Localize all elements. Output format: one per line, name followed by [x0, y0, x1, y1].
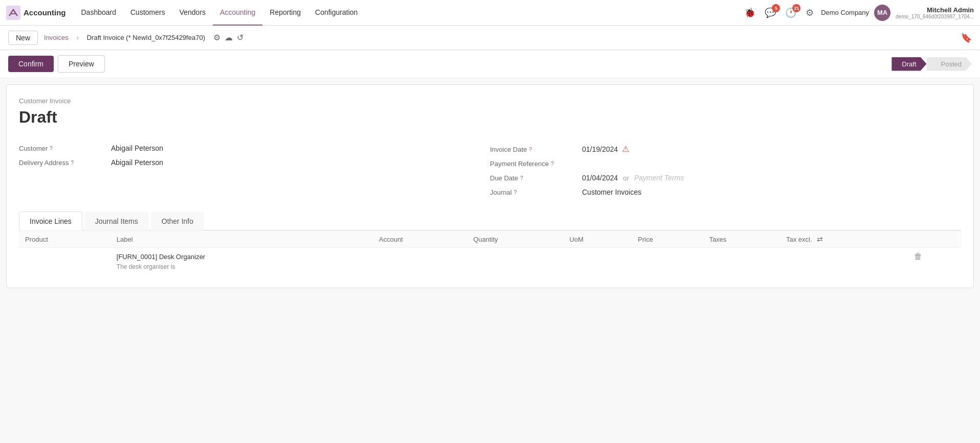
- breadcrumb-current: Draft Invoice (* NewId_0x7f25429fea70): [87, 34, 205, 41]
- company-name: Demo Company: [821, 9, 869, 16]
- payment-ref-help-icon[interactable]: ?: [551, 161, 554, 167]
- label-content: [FURN_0001] Desk Organizer The desk orga…: [117, 252, 367, 271]
- delivery-address-field-row: Delivery Address ? Abigail Peterson: [19, 155, 490, 170]
- nav-configuration[interactable]: Configuration: [308, 0, 365, 26]
- chat-badge: 5: [772, 4, 780, 12]
- col-actions: [908, 231, 961, 248]
- journal-label: Journal ?: [490, 189, 582, 196]
- clock-badge: 21: [792, 4, 800, 12]
- label-main: [FURN_0001] Desk Organizer: [117, 252, 367, 262]
- col-product: Product: [19, 231, 110, 248]
- nav-vendors[interactable]: Vendors: [172, 0, 213, 26]
- upload-icon[interactable]: ☁: [225, 33, 233, 42]
- fields-grid: Customer ? Abigail Peterson Delivery Add…: [19, 141, 961, 199]
- delivery-address-label: Delivery Address ?: [19, 159, 111, 167]
- customer-label: Customer ?: [19, 145, 111, 152]
- breadcrumb-parent[interactable]: Invoices: [44, 34, 69, 41]
- invoice-table: Product Label Account Quantity UoM Price…: [19, 230, 961, 275]
- bug-icon-button[interactable]: 🐞: [742, 5, 758, 20]
- tab-journal-items[interactable]: Journal Items: [84, 212, 149, 230]
- delete-row-icon[interactable]: 🗑: [914, 252, 922, 261]
- breadcrumb-right: 🔖: [961, 32, 972, 43]
- tabs-row: Invoice Lines Journal Items Other Info: [19, 212, 961, 230]
- user-name: Mitchell Admin: [927, 6, 974, 14]
- uom-cell[interactable]: [563, 248, 632, 275]
- new-button[interactable]: New: [8, 31, 38, 45]
- status-posted[interactable]: Posted: [927, 57, 972, 71]
- bookmark-icon[interactable]: 🔖: [961, 33, 972, 43]
- preview-button[interactable]: Preview: [58, 55, 105, 73]
- app-name: Accounting: [24, 8, 66, 17]
- status-bar: Draft Posted: [892, 57, 972, 71]
- tax-excl-cell[interactable]: [780, 248, 908, 275]
- clock-icon-button[interactable]: 🕐 21: [783, 5, 798, 20]
- customer-value[interactable]: Abigail Peterson: [111, 144, 163, 152]
- price-cell[interactable]: [632, 248, 703, 275]
- confirm-button[interactable]: Confirm: [8, 56, 54, 72]
- actions-row: Confirm Preview Draft Posted: [0, 50, 980, 78]
- svg-rect-0: [6, 6, 20, 20]
- taxes-cell[interactable]: [703, 248, 780, 275]
- invoice-date-alert-icon: ⚠: [622, 144, 629, 154]
- toolbar-icons: ⚙ ☁ ↺: [213, 33, 243, 42]
- due-date-value[interactable]: 01/04/2024: [582, 174, 618, 182]
- journal-value[interactable]: Customer Invoices: [582, 188, 641, 196]
- invoice-date-help-icon[interactable]: ?: [529, 147, 532, 152]
- delivery-help-icon[interactable]: ?: [71, 160, 74, 166]
- tab-other-info[interactable]: Other Info: [151, 212, 204, 230]
- journal-field-row: Journal ? Customer Invoices: [490, 185, 961, 199]
- user-db: demo_170_646d0f203987_1704...: [896, 14, 974, 19]
- due-date-label: Due Date ?: [490, 174, 582, 182]
- topnav-menu: Dashboard Customers Vendors Accounting R…: [74, 0, 739, 26]
- label-desc: The desk organiser is: [117, 262, 367, 271]
- due-date-field-row: Due Date ? 01/04/2024 or Payment Terms: [490, 171, 961, 185]
- nav-customers[interactable]: Customers: [123, 0, 172, 26]
- payment-reference-field-row: Payment Reference ?: [490, 157, 961, 171]
- avatar[interactable]: MA: [874, 5, 890, 21]
- delivery-address-value[interactable]: Abigail Peterson: [111, 158, 163, 167]
- chat-icon-button[interactable]: 💬 5: [763, 5, 778, 20]
- tab-invoice-lines[interactable]: Invoice Lines: [19, 212, 82, 230]
- label-cell[interactable]: [FURN_0001] Desk Organizer The desk orga…: [110, 248, 373, 275]
- account-cell[interactable]: [373, 248, 467, 275]
- right-fields: Invoice Date ? 01/19/2024 ⚠ Payment Refe…: [490, 141, 961, 199]
- invoice-type-label: Customer Invoice: [19, 97, 961, 105]
- col-taxes: Taxes: [703, 231, 780, 248]
- refresh-icon[interactable]: ↺: [237, 33, 243, 42]
- topnav: Accounting Dashboard Customers Vendors A…: [0, 0, 980, 26]
- settings-gear-icon[interactable]: ⚙: [213, 33, 220, 42]
- col-price: Price: [632, 231, 703, 248]
- main-form: Customer Invoice Draft Customer ? Abigai…: [6, 84, 974, 288]
- nav-accounting[interactable]: Accounting: [213, 0, 262, 26]
- invoice-status-title: Draft: [19, 108, 961, 127]
- status-draft[interactable]: Draft: [892, 57, 926, 71]
- col-quantity: Quantity: [467, 231, 563, 248]
- app-logo[interactable]: Accounting: [6, 6, 66, 20]
- breadcrumb-row: New Invoices › Draft Invoice (* NewId_0x…: [0, 26, 980, 50]
- col-account: Account: [373, 231, 467, 248]
- table-row: [FURN_0001] Desk Organizer The desk orga…: [19, 248, 961, 275]
- breadcrumb-separator: ›: [77, 34, 79, 41]
- or-separator: or: [623, 174, 629, 182]
- nav-dashboard[interactable]: Dashboard: [74, 0, 124, 26]
- col-uom: UoM: [563, 231, 632, 248]
- table-settings-icon[interactable]: ⇄: [817, 235, 823, 243]
- invoice-date-value[interactable]: 01/19/2024: [582, 145, 618, 153]
- journal-help-icon[interactable]: ?: [514, 190, 517, 195]
- quantity-cell[interactable]: [467, 248, 563, 275]
- nav-reporting[interactable]: Reporting: [262, 0, 308, 26]
- invoice-date-label: Invoice Date ?: [490, 146, 582, 153]
- col-tax-excl: Tax excl. ⇄: [780, 231, 908, 248]
- product-cell[interactable]: [19, 248, 110, 275]
- customer-field-row: Customer ? Abigail Peterson: [19, 141, 490, 155]
- customer-help-icon[interactable]: ?: [50, 146, 53, 151]
- user-info: Mitchell Admin demo_170_646d0f203987_170…: [896, 6, 974, 19]
- due-date-help-icon[interactable]: ?: [520, 175, 523, 181]
- left-fields: Customer ? Abigail Peterson Delivery Add…: [19, 141, 490, 199]
- topnav-right: 🐞 💬 5 🕐 21 ⚙ Demo Company MA Mitchell Ad…: [742, 5, 974, 21]
- payment-reference-label: Payment Reference ?: [490, 160, 582, 168]
- payment-terms-placeholder[interactable]: Payment Terms: [634, 174, 684, 182]
- col-label: Label: [110, 231, 373, 248]
- settings-icon-button[interactable]: ⚙: [804, 5, 816, 20]
- invoice-date-field-row: Invoice Date ? 01/19/2024 ⚠: [490, 141, 961, 157]
